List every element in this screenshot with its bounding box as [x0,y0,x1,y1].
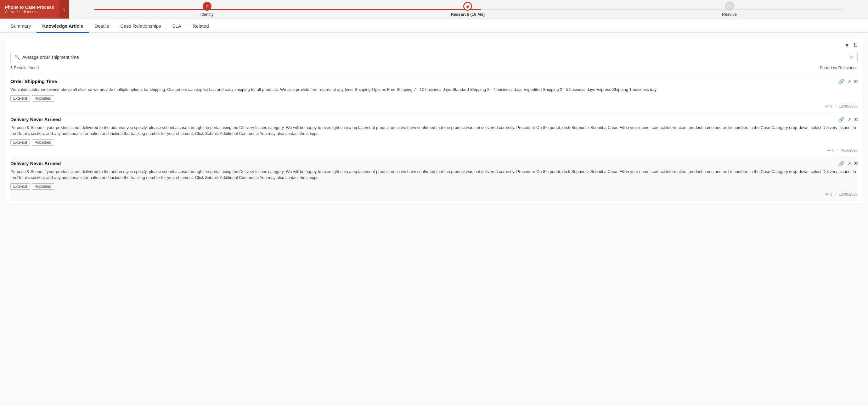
process-title: Phone to Case Process Active for 16 mont… [0,0,59,19]
eye-icon-2: 👁 [827,148,831,153]
ka-actions-1: 🔗 ↗ ✉ [838,79,858,84]
ka-date-1: 12/30/2020 [839,104,858,108]
tab-summary[interactable]: Summary [5,19,36,33]
ka-actions-3: 🔗 ↗ ✉ [838,161,858,167]
ka-item-3-header: Delivery Never Arrived 🔗 ↗ ✉ [10,161,858,167]
tabs-bar: Summary Knowledge Article Details Case R… [0,19,868,33]
ka-tags-3: External Published [10,183,858,190]
sorted-by: Sorted by Relevance [819,65,858,70]
tab-sla[interactable]: SLA [167,19,187,33]
step-label-resolve: Resolve [722,12,737,17]
search-input[interactable] [22,55,849,60]
ka-item-2: Delivery Never Arrived 🔗 ↗ ✉ Purpose & S… [10,112,858,156]
step-circle-resolve [725,2,734,11]
search-icon: 🔍 [14,55,20,60]
process-bar: Phone to Case Process Active for 16 mont… [0,0,868,19]
ka-date-2: 4/14/2020 [841,148,858,152]
ka-link-icon-2[interactable]: 🔗 [838,117,844,123]
ka-tag-published-1: Published [32,95,54,102]
sort-icon[interactable]: ⇅ [853,42,858,49]
ka-email-icon-3[interactable]: ✉ [854,161,858,167]
ka-tag-external-3: External [10,183,30,190]
ka-footer-3: 👁 0 • 12/30/2020 [10,192,858,197]
ka-views-3: 👁 0 [825,192,832,197]
ka-title-2: Delivery Never Arrived [10,117,61,122]
search-clear-icon[interactable]: ✕ [849,54,854,60]
tab-knowledge-article[interactable]: Knowledge Article [36,19,89,33]
step-identify[interactable]: ✓ Identify [200,2,214,17]
eye-icon-3: 👁 [825,192,829,197]
process-steps: ✓ Identify ◉ Research (16 Mo) Resolve [69,2,868,17]
main-content: ▼ ⇅ 🔍 ✕ 6 Results found Sorted by Releva… [0,33,868,406]
step-label-research: Research (16 Mo) [451,12,485,17]
panel-toolbar: ▼ ⇅ [10,42,858,49]
process-line-active [94,9,481,10]
ka-footer-1: 👁 0 • 12/30/2020 [10,104,858,109]
ka-date-3: 12/30/2020 [839,192,858,197]
eye-icon-1: 👁 [825,104,829,109]
ka-link-icon-3[interactable]: 🔗 [838,161,844,167]
ka-item-3: Delivery Never Arrived 🔗 ↗ ✉ Purpose & S… [10,156,858,200]
step-research[interactable]: ◉ Research (16 Mo) [451,2,485,17]
ka-view-count-1: 0 [830,104,832,108]
process-name: Phone to Case Process [5,5,54,10]
ka-item-1: Order Shipping Time 🔗 ↗ ✉ We value custo… [10,74,858,112]
ka-body-1: We value customer service above all else… [10,87,858,93]
ka-external-icon-1[interactable]: ↗ [847,79,851,84]
search-bar: 🔍 ✕ [10,52,858,62]
ka-views-2: 👁 0 [827,148,835,153]
ka-title-1: Order Shipping Time [10,79,57,84]
ka-tag-external-1: External [10,95,30,102]
results-count: 6 Results found [10,65,39,70]
ka-item-2-header: Delivery Never Arrived 🔗 ↗ ✉ [10,117,858,123]
ka-body-2: Purpose & Scope If your product is not d… [10,125,858,137]
ka-body-3: Purpose & Scope If your product is not d… [10,169,858,181]
ka-footer-2: 👁 0 • 4/14/2020 [10,148,858,153]
ka-tags-2: External Published [10,139,858,146]
tab-related[interactable]: Related [187,19,215,33]
results-info: 6 Results found Sorted by Relevance [10,65,858,70]
ka-link-icon-1[interactable]: 🔗 [838,79,844,84]
ka-external-icon-3[interactable]: ↗ [847,161,851,167]
knowledge-panel: ▼ ⇅ 🔍 ✕ 6 Results found Sorted by Releva… [5,38,863,204]
ka-view-count-3: 0 [830,192,832,197]
step-label-identify: Identify [200,12,214,17]
ka-tags-1: External Published [10,95,858,102]
ka-email-icon-1[interactable]: ✉ [854,79,858,84]
filter-icon[interactable]: ▼ [844,42,850,49]
ka-view-count-2: 0 [832,148,835,152]
ka-views-1: 👁 0 [825,104,832,109]
tab-details[interactable]: Details [89,19,115,33]
ka-email-icon-2[interactable]: ✉ [854,117,858,123]
step-resolve[interactable]: Resolve [722,2,737,17]
process-subtitle: Active for 16 months [5,10,54,14]
ka-tag-published-2: Published [32,139,54,146]
ka-tag-external-2: External [10,139,30,146]
step-circle-research: ◉ [463,2,472,11]
ka-item-1-header: Order Shipping Time 🔗 ↗ ✉ [10,79,858,84]
tab-case-relationships[interactable]: Case Relationships [115,19,166,33]
ka-external-icon-2[interactable]: ↗ [847,117,851,123]
step-circle-identify: ✓ [203,2,212,11]
ka-tag-published-3: Published [32,183,54,190]
collapse-icon: ‹ [63,7,65,12]
ka-actions-2: 🔗 ↗ ✉ [838,117,858,123]
process-collapse-button[interactable]: ‹ [59,0,69,19]
ka-title-3: Delivery Never Arrived [10,161,61,166]
